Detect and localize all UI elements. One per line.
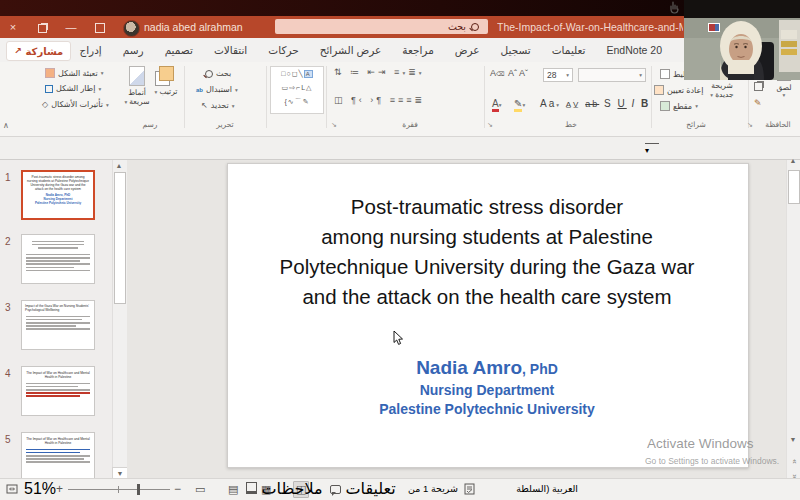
clipboard-dialog-launcher[interactable]: ↘ <box>747 121 753 129</box>
zoom-level[interactable]: 51% <box>24 478 56 500</box>
webcam-video <box>684 0 800 80</box>
group-divider <box>326 66 327 128</box>
shape-fill-button[interactable]: تعبئة الشكل▾ <box>45 68 103 78</box>
format-painter-icon[interactable]: ✎ <box>754 98 762 108</box>
thumb-scroll-up-icon[interactable]: ▲ <box>112 162 126 169</box>
reading-view-icon[interactable]: ▤ <box>228 478 238 500</box>
group-divider <box>266 66 267 128</box>
tab-help[interactable]: تعليمات <box>552 44 586 56</box>
zoom-in-icon[interactable]: + <box>56 478 63 500</box>
group-divider <box>184 66 185 128</box>
close-icon[interactable]: × <box>4 16 22 38</box>
account-name[interactable]: nadia abed alrahman <box>144 16 243 38</box>
zoom-slider-track[interactable] <box>68 489 170 490</box>
slide-thumbnail-2[interactable] <box>21 234 95 284</box>
webcam-overlay[interactable] <box>684 0 800 80</box>
find-button[interactable]: بحث <box>205 69 231 78</box>
paragraph-icons-bottom[interactable]: ◫ ¶‹ ›¶ ≡≡≡≣ <box>334 95 480 105</box>
author-university: Palestine Polytechnic University <box>237 400 737 419</box>
slide-thumbnail-5[interactable]: The Impact of War on Healthcare and Ment… <box>21 432 95 482</box>
font-color-icon: A <box>492 98 499 112</box>
restore-icon[interactable] <box>33 16 51 38</box>
highlight-button[interactable]: ✎▾ <box>514 98 525 109</box>
scroll-down-icon[interactable]: ▼ <box>786 436 800 443</box>
slide-thumbnail-1[interactable]: Post-traumatic stress disorder among nur… <box>21 170 95 220</box>
font-group-label: خط <box>556 120 586 129</box>
tab-animations[interactable]: حركات <box>268 44 298 56</box>
tab-insert[interactable]: إدراج <box>79 44 101 56</box>
shape-outline-icon <box>45 85 53 93</box>
slide-title[interactable]: Post-traumatic stress disorder among nur… <box>237 192 737 312</box>
find-icon <box>205 70 213 78</box>
tab-review[interactable]: مراجعة <box>402 44 434 56</box>
clear-formatting-icon[interactable]: A⌫ <box>490 68 505 78</box>
arrange-icon <box>159 66 174 81</box>
thumb-scrollbar-thumb[interactable] <box>114 172 126 304</box>
author-degree: , PhD <box>522 361 558 377</box>
touch-mode-icon[interactable] <box>668 0 682 18</box>
scrollbar-thumb[interactable] <box>788 170 800 204</box>
arrange-button[interactable]: ترتيب ▾ <box>152 66 180 96</box>
fit-to-window-icon[interactable] <box>6 478 18 500</box>
tab-view[interactable]: عرض <box>455 44 480 56</box>
font-name-input[interactable]: ▾ <box>578 68 646 82</box>
comments-button[interactable]: تعليقات <box>330 478 396 500</box>
paragraph-dialog-launcher[interactable]: ↘ <box>331 121 337 129</box>
tab-record[interactable]: تسجيل <box>501 44 531 56</box>
qat-customize-icon[interactable]: ▾ <box>645 143 659 158</box>
shapes-gallery[interactable]: □○◻╲A ▭⇨⌐L△ {∿⌒✎ <box>270 66 324 114</box>
font-size-grow-shrink[interactable]: Aˆ Aˇ <box>508 68 528 78</box>
shape-effects-button[interactable]: ◇ تأثيرات الأشكال▾ <box>42 100 109 109</box>
zoom-slider-center-tick <box>118 486 119 493</box>
share-icon: ↗ <box>14 46 22 56</box>
user-avatar[interactable] <box>123 20 140 37</box>
zoom-out-icon[interactable]: − <box>174 478 181 500</box>
shape-outline-button[interactable]: إطار الشكل▾ <box>45 84 101 93</box>
search-input[interactable]: بحث <box>275 19 488 34</box>
collapse-ribbon-icon[interactable]: ∧ <box>3 121 9 130</box>
ribbon-tabs: إدراج رسم تصميم انتقالات حركات عرض الشرا… <box>79 38 662 62</box>
thumb-number-5: 5 <box>5 434 17 445</box>
maximize-icon[interactable] <box>91 16 109 38</box>
tab-transitions[interactable]: انتقالات <box>214 44 247 56</box>
language-indicator[interactable]: العربية (السلطة الفلسطينية) <box>482 478 578 500</box>
notes-button[interactable]: ملاحظات <box>246 478 323 500</box>
select-button[interactable]: ↖ تحديد▾ <box>201 101 234 110</box>
tab-slideshow[interactable]: عرض الشرائح <box>320 44 382 56</box>
group-divider <box>651 66 652 128</box>
tab-design[interactable]: تصميم <box>165 44 193 56</box>
scroll-up-icon[interactable]: ▲ <box>786 157 800 164</box>
minimize-icon[interactable]: — <box>62 16 80 38</box>
reset-slide-button[interactable]: إعادة تعيين <box>654 85 703 95</box>
quick-styles-icon <box>129 66 145 86</box>
zoom-slider-thumb[interactable] <box>137 484 140 495</box>
quick-styles-button[interactable]: أنماط سريعة ▾ <box>124 66 150 106</box>
font-size-input[interactable]: 28▾ <box>543 68 573 82</box>
group-divider <box>484 66 485 128</box>
slide-thumbnail-4[interactable]: The Impact of War on Healthcare and Ment… <box>21 366 95 416</box>
font-color-button[interactable]: A▾ <box>492 98 501 109</box>
section-icon <box>660 101 670 111</box>
thumb-number-2: 2 <box>5 236 17 247</box>
replace-button[interactable]: ab استبدال▾ <box>196 85 238 94</box>
paragraph-icons-top[interactable]: ⇅ ≔ ⇤⇥ ≡▾≣▾ <box>334 67 480 77</box>
shapes-row: ▭⇨⌐L△ <box>271 81 323 95</box>
editing-group-label: تحرير <box>205 120 245 129</box>
copy-icon[interactable] <box>754 82 763 91</box>
section-button[interactable]: مقطع▾ <box>660 101 698 111</box>
font-style-buttons[interactable]: Aa▾ A̲V̲ ab S U I B <box>540 98 650 109</box>
font-dialog-launcher[interactable]: ↘ <box>487 121 493 129</box>
thumb-number-4: 4 <box>5 368 17 379</box>
slide-thumbnail-3[interactable]: Impact of the Gaza War on Nursing Studen… <box>21 300 95 350</box>
slide-author-block[interactable]: Nadia Amro, PhD Nursing Department Pales… <box>237 356 737 419</box>
author-name: Nadia Amro <box>416 357 522 378</box>
search-icon <box>471 23 479 31</box>
slide-scrollbar[interactable] <box>786 160 800 478</box>
tab-endnote[interactable]: EndNote 20 <box>607 44 662 56</box>
layout-icon <box>660 69 670 79</box>
tab-draw[interactable]: رسم <box>123 44 144 56</box>
slideshow-view-icon[interactable]: ▭ <box>195 478 205 500</box>
share-button[interactable]: ↗ مشاركة <box>6 41 71 61</box>
proofing-icon[interactable] <box>464 478 475 500</box>
slides-group-label: شرائح <box>678 120 714 129</box>
